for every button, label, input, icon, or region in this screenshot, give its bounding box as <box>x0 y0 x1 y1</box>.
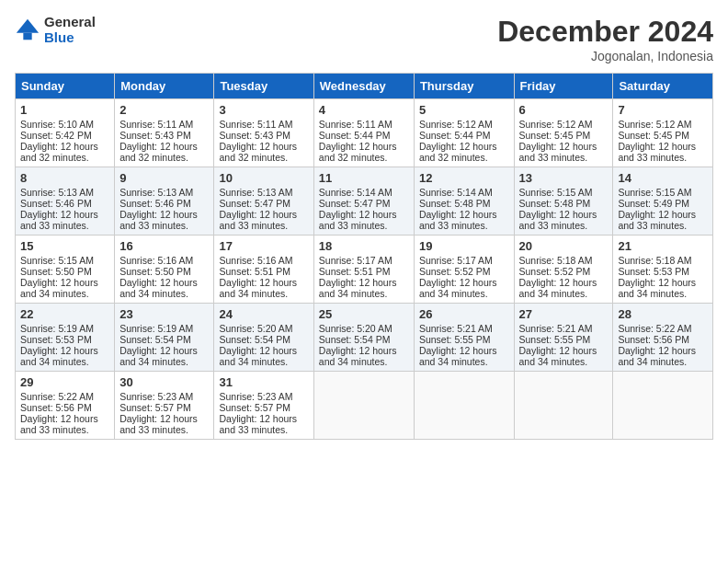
sunrise-label: Sunrise: 5:22 AM <box>20 391 94 402</box>
day-number: 25 <box>319 307 409 321</box>
calendar-cell: 15 Sunrise: 5:15 AM Sunset: 5:50 PM Dayl… <box>16 236 115 304</box>
day-number: 22 <box>20 307 109 321</box>
day-number: 29 <box>20 375 109 389</box>
sunset-label: Sunset: 5:46 PM <box>119 198 191 209</box>
daylight-label: Daylight: 12 hours and 32 minutes. <box>319 141 397 163</box>
sunset-label: Sunset: 5:48 PM <box>519 198 591 209</box>
svg-rect-1 <box>23 32 31 39</box>
daylight-label: Daylight: 12 hours and 33 minutes. <box>219 209 297 231</box>
day-number: 8 <box>20 171 109 185</box>
calendar-cell: 25 Sunrise: 5:20 AM Sunset: 5:54 PM Dayl… <box>313 304 414 372</box>
calendar-cell: 31 Sunrise: 5:23 AM Sunset: 5:57 PM Dayl… <box>214 372 313 440</box>
day-number: 2 <box>119 103 209 117</box>
day-number: 28 <box>618 307 708 321</box>
day-number: 21 <box>618 239 708 253</box>
daylight-label: Daylight: 12 hours and 32 minutes. <box>219 141 297 163</box>
sunrise-label: Sunrise: 5:11 AM <box>319 119 392 130</box>
sunrise-label: Sunrise: 5:12 AM <box>519 119 593 130</box>
daylight-label: Daylight: 12 hours and 34 minutes. <box>419 277 497 299</box>
weekday-header-monday: Monday <box>115 74 214 99</box>
day-number: 11 <box>319 171 409 185</box>
daylight-label: Daylight: 12 hours and 33 minutes. <box>119 413 198 435</box>
day-number: 20 <box>519 239 609 253</box>
sunset-label: Sunset: 5:45 PM <box>618 130 689 141</box>
sunrise-label: Sunrise: 5:20 AM <box>219 323 292 334</box>
day-number: 15 <box>20 239 109 253</box>
calendar-cell: 11 Sunrise: 5:14 AM Sunset: 5:47 PM Dayl… <box>313 167 414 236</box>
calendar-cell: 2 Sunrise: 5:11 AM Sunset: 5:43 PM Dayli… <box>115 99 214 167</box>
daylight-label: Daylight: 12 hours and 32 minutes. <box>419 141 497 163</box>
calendar-cell: 28 Sunrise: 5:22 AM Sunset: 5:56 PM Dayl… <box>613 304 713 372</box>
sunset-label: Sunset: 5:52 PM <box>419 266 491 277</box>
calendar-cell: 16 Sunrise: 5:16 AM Sunset: 5:50 PM Dayl… <box>115 236 214 304</box>
calendar-cell: 3 Sunrise: 5:11 AM Sunset: 5:43 PM Dayli… <box>214 99 313 167</box>
sunrise-label: Sunrise: 5:12 AM <box>419 119 493 130</box>
day-number: 14 <box>618 171 708 185</box>
sunrise-label: Sunrise: 5:14 AM <box>319 187 392 198</box>
logo-general-text: General <box>44 15 96 30</box>
sunset-label: Sunset: 5:44 PM <box>319 130 391 141</box>
sunrise-label: Sunrise: 5:21 AM <box>419 323 493 334</box>
calendar-cell: 19 Sunrise: 5:17 AM Sunset: 5:52 PM Dayl… <box>414 236 514 304</box>
day-number: 3 <box>219 103 308 117</box>
logo-blue-text: Blue <box>44 30 96 46</box>
daylight-label: Daylight: 12 hours and 33 minutes. <box>618 141 696 163</box>
weekday-header-sunday: Sunday <box>16 74 115 99</box>
daylight-label: Daylight: 12 hours and 33 minutes. <box>519 209 597 231</box>
sunrise-label: Sunrise: 5:13 AM <box>219 187 292 198</box>
sunset-label: Sunset: 5:42 PM <box>20 130 92 141</box>
sunset-label: Sunset: 5:56 PM <box>20 402 92 413</box>
logo: General Blue <box>15 15 96 45</box>
calendar-cell: 27 Sunrise: 5:21 AM Sunset: 5:55 PM Dayl… <box>514 304 613 372</box>
sunrise-label: Sunrise: 5:15 AM <box>20 255 94 266</box>
calendar-cell: 30 Sunrise: 5:23 AM Sunset: 5:57 PM Dayl… <box>115 372 214 440</box>
sunrise-label: Sunrise: 5:20 AM <box>319 323 392 334</box>
day-number: 27 <box>519 307 609 321</box>
sunset-label: Sunset: 5:48 PM <box>419 198 491 209</box>
sunrise-label: Sunrise: 5:18 AM <box>519 255 593 266</box>
calendar-cell: 10 Sunrise: 5:13 AM Sunset: 5:47 PM Dayl… <box>214 167 313 236</box>
sunrise-label: Sunrise: 5:10 AM <box>20 119 94 130</box>
day-number: 18 <box>319 239 409 253</box>
sunset-label: Sunset: 5:55 PM <box>519 334 591 345</box>
sunrise-label: Sunrise: 5:16 AM <box>219 255 292 266</box>
sunrise-label: Sunrise: 5:14 AM <box>419 187 493 198</box>
sunset-label: Sunset: 5:57 PM <box>119 402 191 413</box>
daylight-label: Daylight: 12 hours and 34 minutes. <box>319 277 397 299</box>
day-number: 5 <box>419 103 509 117</box>
sunset-label: Sunset: 5:47 PM <box>319 198 391 209</box>
location-subtitle: Jogonalan, Indonesia <box>497 49 713 63</box>
calendar-cell: 8 Sunrise: 5:13 AM Sunset: 5:46 PM Dayli… <box>16 167 115 236</box>
calendar-cell: 12 Sunrise: 5:14 AM Sunset: 5:48 PM Dayl… <box>414 167 514 236</box>
daylight-label: Daylight: 12 hours and 34 minutes. <box>519 277 597 299</box>
svg-marker-0 <box>17 18 39 32</box>
sunrise-label: Sunrise: 5:17 AM <box>319 255 392 266</box>
sunset-label: Sunset: 5:54 PM <box>119 334 191 345</box>
day-number: 7 <box>618 103 708 117</box>
calendar-cell: 29 Sunrise: 5:22 AM Sunset: 5:56 PM Dayl… <box>16 372 115 440</box>
sunset-label: Sunset: 5:54 PM <box>319 334 391 345</box>
month-year-title: December 2024 <box>497 15 713 49</box>
calendar-table: SundayMondayTuesdayWednesdayThursdayFrid… <box>15 73 713 440</box>
daylight-label: Daylight: 12 hours and 33 minutes. <box>519 141 597 163</box>
day-number: 24 <box>219 307 308 321</box>
sunset-label: Sunset: 5:52 PM <box>519 266 591 277</box>
day-number: 6 <box>519 103 609 117</box>
sunrise-label: Sunrise: 5:16 AM <box>119 255 193 266</box>
weekday-header-tuesday: Tuesday <box>214 74 313 99</box>
calendar-week-row: 15 Sunrise: 5:15 AM Sunset: 5:50 PM Dayl… <box>16 236 713 304</box>
calendar-week-row: 29 Sunrise: 5:22 AM Sunset: 5:56 PM Dayl… <box>16 372 713 440</box>
title-block: December 2024 Jogonalan, Indonesia <box>497 15 713 63</box>
sunset-label: Sunset: 5:53 PM <box>618 266 689 277</box>
calendar-cell: 26 Sunrise: 5:21 AM Sunset: 5:55 PM Dayl… <box>414 304 514 372</box>
day-number: 23 <box>119 307 209 321</box>
calendar-cell: 24 Sunrise: 5:20 AM Sunset: 5:54 PM Dayl… <box>214 304 313 372</box>
weekday-header-friday: Friday <box>514 74 613 99</box>
day-number: 4 <box>319 103 409 117</box>
day-number: 13 <box>519 171 609 185</box>
sunrise-label: Sunrise: 5:17 AM <box>419 255 493 266</box>
day-number: 30 <box>119 375 209 389</box>
weekday-header-thursday: Thursday <box>414 74 514 99</box>
daylight-label: Daylight: 12 hours and 33 minutes. <box>219 413 297 435</box>
sunset-label: Sunset: 5:55 PM <box>419 334 491 345</box>
